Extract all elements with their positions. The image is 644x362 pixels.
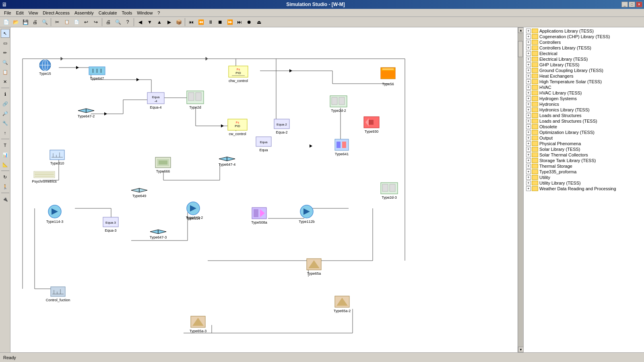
lt-text[interactable]: T [1, 141, 10, 150]
lt-walk[interactable]: 🚶 [1, 182, 10, 191]
tb-cut[interactable]: ✂ [53, 18, 62, 26]
tb-arrow-down[interactable]: ▼ [145, 18, 154, 26]
tree-expand-icon[interactable]: + [526, 158, 531, 163]
tree-item-23[interactable]: +Storage Tank Library (TESS) [524, 158, 643, 163]
tree-expand-icon[interactable]: + [526, 130, 531, 135]
tb-play-fwd[interactable]: ⏩ [225, 18, 234, 26]
tree-expand-icon[interactable]: + [526, 152, 531, 157]
tree-expand-icon[interactable]: + [526, 169, 531, 174]
scroll-thumb[interactable] [518, 41, 523, 57]
tree-item-22[interactable]: +Solar Thermal Collectors [524, 152, 643, 158]
tb-copy[interactable]: 📋 [62, 18, 71, 26]
tree-item-4[interactable]: +Electrical [524, 51, 643, 56]
menu-file[interactable]: File [2, 10, 14, 16]
tree-item-8[interactable]: +Heat Exchangers [524, 73, 643, 79]
menu-help[interactable]: ? [155, 10, 162, 16]
tree-item-17[interactable]: +Obsolete [524, 124, 643, 130]
tb-stop[interactable]: ⏹ [216, 18, 225, 26]
tree-item-3[interactable]: +Controllers Library (TESS) [524, 45, 643, 51]
tree-item-20[interactable]: +Physical Phenomena [524, 141, 643, 146]
canvas-area[interactable]: Type15 Type647 Type647-2 Equa -4 [10, 27, 518, 352]
tree-expand-icon[interactable]: + [526, 164, 531, 169]
lt-info[interactable]: ℹ [1, 90, 10, 99]
tree-expand-icon[interactable]: + [526, 175, 531, 180]
tree-item-25[interactable]: +Type335_proforma [524, 169, 643, 175]
close-button[interactable]: ✕ [636, 2, 642, 7]
tree-item-28[interactable]: +Weather Data Reading and Processing [524, 186, 643, 191]
tree-expand-icon[interactable]: + [526, 40, 531, 45]
tb-arrow-left[interactable]: ◀ [136, 18, 144, 26]
tb-package[interactable]: 📦 [174, 18, 183, 26]
scroll-down-button[interactable]: ▼ [518, 347, 524, 352]
tree-expand-icon[interactable]: + [526, 34, 531, 39]
tree-expand-icon[interactable]: + [526, 124, 531, 129]
tree-item-5[interactable]: +Electrical Library (TESS) [524, 56, 643, 62]
scroll-up-button[interactable]: ▲ [518, 27, 524, 33]
canvas-scrollbar[interactable]: ▲ ▼ [518, 27, 523, 352]
tree-expand-icon[interactable]: + [526, 102, 531, 107]
tree-expand-icon[interactable]: + [526, 68, 531, 73]
lt-rotate[interactable]: ↻ [1, 173, 10, 181]
tb-arrow-right[interactable]: ▶ [165, 18, 173, 26]
lt-wrench[interactable]: 🔧 [1, 119, 10, 128]
tree-expand-icon[interactable]: + [526, 79, 531, 84]
lt-link[interactable]: 🔗 [1, 99, 10, 108]
tree-item-7[interactable]: +Ground Coupling Library (TESS) [524, 68, 643, 73]
tree-item-15[interactable]: +Loads and Structures [524, 113, 643, 118]
restore-button[interactable]: □ [629, 2, 635, 7]
tree-item-6[interactable]: +GHP Library (TESS) [524, 62, 643, 68]
menu-view[interactable]: View [26, 10, 41, 16]
lt-zoom-in[interactable]: 🔍 [1, 58, 10, 67]
tree-item-9[interactable]: +High Temperature Solar (TESS) [524, 79, 643, 84]
tree-item-14[interactable]: +Hydronics Library (TESS) [524, 107, 643, 113]
menu-edit[interactable]: Edit [14, 10, 26, 16]
tree-item-2[interactable]: +Controllers [524, 39, 643, 45]
tree-item-19[interactable]: +Output [524, 135, 643, 141]
tree-expand-icon[interactable]: + [526, 186, 531, 191]
tree-expand-icon[interactable]: + [526, 113, 531, 118]
tree-expand-icon[interactable]: + [526, 107, 531, 112]
tree-item-18[interactable]: +Optimization Library (TESS) [524, 130, 643, 135]
tree-expand-icon[interactable]: + [526, 29, 531, 33]
tb-play-back[interactable]: ⏪ [196, 18, 205, 26]
tree-expand-icon[interactable]: + [526, 62, 531, 67]
tb-open[interactable]: 📂 [11, 18, 20, 26]
menu-window[interactable]: Window [134, 10, 155, 16]
tb-help[interactable]: ? [123, 18, 132, 26]
lt-plugin[interactable]: 🔌 [1, 195, 10, 204]
tree-expand-icon[interactable]: + [526, 45, 531, 50]
tree-item-26[interactable]: +Utility [524, 175, 643, 180]
tree-expand-icon[interactable]: + [526, 147, 531, 152]
lt-search[interactable]: 🔎 [1, 109, 10, 118]
tb-print2[interactable]: 🖨 [104, 18, 113, 26]
tree-item-21[interactable]: +Solar Library (TESS) [524, 146, 643, 152]
tb-undo[interactable]: ↩ [82, 18, 91, 26]
tree-expand-icon[interactable]: + [526, 141, 531, 146]
component-tree[interactable]: +Applications Library (TESS)+Cogeneratio… [524, 27, 644, 352]
tb-pause[interactable]: ⏸ [206, 18, 215, 26]
tree-item-0[interactable]: +Applications Library (TESS) [524, 28, 643, 34]
tb-save[interactable]: 💾 [21, 18, 30, 26]
lt-copy2[interactable]: 📋 [1, 68, 10, 76]
tree-expand-icon[interactable]: + [526, 181, 531, 185]
lt-move-up[interactable]: ↑ [1, 128, 10, 137]
tb-record[interactable]: ⏺ [245, 18, 254, 26]
lt-chart[interactable]: 📊 [1, 150, 10, 159]
tree-item-16[interactable]: +Loads and Structures (TESS) [524, 118, 643, 124]
menu-calculate[interactable]: Calculate [96, 10, 120, 16]
tree-expand-icon[interactable]: + [526, 74, 531, 78]
tree-item-11[interactable]: +HVAC Library (TESS) [524, 90, 643, 96]
tb-play-next[interactable]: ⏭ [235, 18, 244, 26]
tree-item-12[interactable]: +Hydrogen Systems [524, 96, 643, 101]
tree-item-13[interactable]: +Hydronics [524, 101, 643, 107]
menu-direct-access[interactable]: Direct Access [40, 10, 72, 16]
minimize-button[interactable]: _ [621, 2, 628, 7]
scroll-track[interactable] [518, 33, 523, 347]
tb-new[interactable]: 📄 [2, 18, 10, 26]
lt-draw[interactable]: 📐 [1, 160, 10, 169]
tb-redo[interactable]: ↪ [91, 18, 100, 26]
tree-expand-icon[interactable]: + [526, 51, 531, 56]
tree-expand-icon[interactable]: + [526, 90, 531, 95]
tb-paste[interactable]: 📄 [72, 18, 81, 26]
tree-expand-icon[interactable]: + [526, 85, 531, 90]
